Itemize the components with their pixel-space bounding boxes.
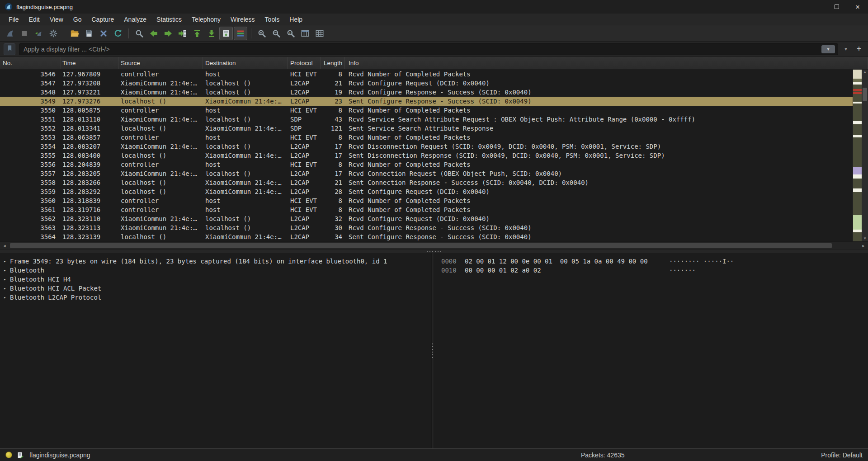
capture-options-button[interactable] (47, 27, 60, 40)
save-file-button[interactable] (82, 27, 96, 40)
column-header-length[interactable]: Length (321, 57, 344, 69)
expand-arrow-icon[interactable]: ▸ (4, 286, 10, 291)
packet-row[interactable]: 3551128.013110XiaomiCommun_21:4e:…localh… (0, 115, 853, 124)
open-file-button[interactable] (68, 27, 81, 40)
close-file-button[interactable] (97, 27, 110, 40)
zoom-in-button[interactable] (255, 27, 269, 40)
packet-row[interactable]: 3548127.973221XiaomiCommun_21:4e:…localh… (0, 88, 853, 97)
zoom-normal-button[interactable]: 1:1 (284, 27, 297, 40)
packet-row[interactable]: 3554128.083207XiaomiCommun_21:4e:…localh… (0, 142, 853, 151)
scroll-up-icon[interactable]: ▲ (863, 70, 867, 75)
packet-row[interactable]: 3563128.323113XiaomiCommun_21:4e:…localh… (0, 223, 853, 232)
column-header-destination[interactable]: Destination (203, 57, 288, 69)
cell-source: localhost () (118, 179, 203, 186)
go-back-button[interactable] (147, 27, 160, 40)
display-filter-input[interactable]: Apply a display filter ... <Ctrl-/> ▾ (19, 43, 838, 55)
packet-list-scrollbar[interactable]: ▲ ▼ (853, 70, 868, 241)
expand-arrow-icon[interactable]: ▸ (4, 268, 10, 273)
close-button[interactable]: × (847, 0, 868, 14)
column-layout-button[interactable] (313, 27, 326, 40)
expand-arrow-icon[interactable]: ▸ (4, 259, 10, 263)
scroll-right-icon[interactable]: ► (859, 244, 868, 248)
menu-statistics[interactable]: Statistics (151, 14, 187, 24)
menu-tools[interactable]: Tools (260, 14, 285, 24)
cell-source: XiaomiCommun_21:4e:… (118, 80, 203, 87)
zoom-out-button[interactable] (269, 27, 283, 40)
menu-telephony[interactable]: Telephony (187, 14, 226, 24)
detail-row[interactable]: ▸Bluetooth L2CAP Protocol (0, 293, 431, 302)
reload-file-button[interactable] (111, 27, 125, 40)
packet-row[interactable]: 3561128.319716controllerhostHCI_EVT8Rcvd… (0, 205, 853, 214)
horizontal-scrollbar[interactable]: ◄ ► (0, 241, 868, 249)
menu-help[interactable]: Help (284, 14, 307, 24)
column-header-protocol[interactable]: Protocol (288, 57, 321, 69)
horizontal-scrollbar-thumb[interactable] (10, 243, 832, 248)
minimap-segment (853, 137, 862, 167)
start-capture-button[interactable] (3, 27, 17, 40)
packet-row[interactable]: 3555128.083400localhost ()XiaomiCommun_2… (0, 151, 853, 160)
horizontal-scrollbar-track[interactable] (9, 242, 859, 249)
packet-row[interactable]: 3552128.013341localhost ()XiaomiCommun_2… (0, 124, 853, 133)
column-header-source[interactable]: Source (118, 57, 203, 69)
packet-row[interactable]: 3549127.973276localhost ()XiaomiCommun_2… (0, 97, 853, 106)
menu-capture[interactable]: Capture (86, 14, 119, 24)
detail-row[interactable]: ▸Frame 3549: 23 bytes on wire (184 bits)… (0, 257, 431, 266)
resize-columns-button[interactable] (298, 27, 312, 40)
expert-info-button[interactable] (5, 452, 12, 458)
expand-arrow-icon[interactable]: ▸ (4, 295, 10, 300)
packet-row[interactable]: 3562128.323110XiaomiCommun_21:4e:…localh… (0, 214, 853, 223)
stop-capture-button[interactable] (18, 27, 31, 40)
menu-view[interactable]: View (45, 14, 68, 24)
add-filter-button[interactable]: + (854, 44, 864, 55)
find-packet-button[interactable] (132, 27, 146, 40)
detail-row[interactable]: ▸Bluetooth HCI ACL Packet (0, 284, 431, 293)
filter-recents-button[interactable]: ▾ (821, 45, 835, 53)
scroll-left-icon[interactable]: ◄ (0, 244, 9, 248)
auto-scroll-button[interactable] (219, 27, 233, 40)
hex-line[interactable]: 001000 00 00 01 02 a0 02······· (441, 266, 868, 275)
colorize-packets-button[interactable] (234, 27, 247, 40)
cell-info: Sent Connection Response - Success (SCID… (344, 179, 853, 186)
packet-row[interactable]: 3547127.973208XiaomiCommun_21:4e:…localh… (0, 79, 853, 88)
restart-capture-button[interactable] (32, 27, 46, 40)
column-header-time[interactable]: Time (61, 57, 118, 69)
menu-analyze[interactable]: Analyze (119, 14, 151, 24)
go-first-packet-button[interactable] (190, 27, 204, 40)
expand-arrow-icon[interactable]: ▸ (4, 277, 10, 282)
vertical-scrollbar-thumb[interactable] (863, 88, 867, 101)
detail-row[interactable]: ▸Bluetooth HCI H4 (0, 275, 431, 284)
cell-length: 30 (321, 224, 344, 231)
detail-row[interactable]: ▸Bluetooth (0, 266, 431, 275)
packet-row[interactable]: 3546127.967809controllerhostHCI_EVT8Rcvd… (0, 70, 853, 79)
menu-file[interactable]: File (4, 14, 24, 24)
packet-row[interactable]: 3560128.318839controllerhostHCI_EVT8Rcvd… (0, 196, 853, 205)
go-forward-button[interactable] (161, 27, 175, 40)
menu-go[interactable]: Go (68, 14, 87, 24)
packet-row[interactable]: 3559128.283292localhost ()XiaomiCommun_2… (0, 187, 853, 196)
column-header-no[interactable]: No. (0, 57, 61, 69)
vertical-scrollbar-track[interactable]: ▲ ▼ (862, 70, 868, 241)
pane-splitter[interactable] (0, 249, 868, 253)
minimize-button[interactable] (806, 0, 826, 14)
packet-row[interactable]: 3556128.204839controllerhostHCI_EVT8Rcvd… (0, 160, 853, 169)
hex-offset: 0000 (441, 258, 465, 265)
maximize-button[interactable] (826, 0, 847, 14)
packet-row[interactable]: 3558128.283266localhost ()XiaomiCommun_2… (0, 178, 853, 187)
menu-wireless[interactable]: Wireless (226, 14, 260, 24)
filter-bookmark-button[interactable] (4, 43, 15, 55)
go-last-packet-button[interactable] (205, 27, 218, 40)
statusbar-profile[interactable]: Profile: Default (821, 452, 863, 459)
hex-line[interactable]: 000002 00 01 12 00 0e 00 01 00 05 1a 0a … (441, 257, 868, 266)
detail-text: Bluetooth HCI ACL Packet (10, 285, 101, 292)
go-to-packet-button[interactable] (176, 27, 189, 40)
column-header-info[interactable]: Info (344, 57, 868, 69)
packet-row[interactable]: 3550128.005875controllerhostHCI_EVT8Rcvd… (0, 106, 853, 115)
packet-row[interactable]: 3553128.063857controllerhostHCI_EVT8Rcvd… (0, 133, 853, 142)
scroll-down-icon[interactable]: ▼ (863, 236, 867, 241)
menu-edit[interactable]: Edit (24, 14, 45, 24)
capture-comment-button[interactable] (17, 452, 24, 459)
filter-dropdown-caret[interactable]: ▾ (842, 46, 850, 52)
packet-row[interactable]: 3564128.323139localhost ()XiaomiCommun_2… (0, 232, 853, 241)
packet-row[interactable]: 3557128.283205XiaomiCommun_21:4e:…localh… (0, 169, 853, 178)
reload-icon (113, 29, 123, 38)
